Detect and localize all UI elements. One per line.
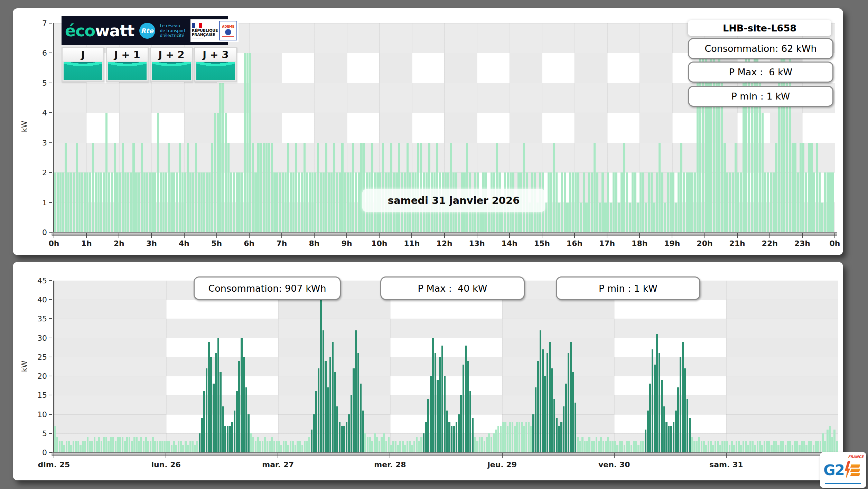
bar[interactable] [290, 441, 291, 452]
bar[interactable] [249, 53, 251, 232]
bar[interactable] [210, 357, 212, 452]
bar[interactable] [129, 437, 130, 452]
bar[interactable] [586, 441, 588, 452]
bar[interactable] [182, 445, 184, 452]
bar[interactable] [653, 203, 655, 232]
bar[interactable] [604, 203, 606, 232]
bar[interactable] [229, 426, 231, 452]
bar[interactable] [652, 349, 653, 452]
bar[interactable] [458, 414, 459, 452]
bar[interactable] [119, 437, 121, 452]
bar[interactable] [710, 441, 712, 452]
bar[interactable] [729, 172, 731, 232]
bar[interactable] [626, 441, 627, 452]
bar[interactable] [764, 172, 766, 232]
bar[interactable] [463, 365, 464, 452]
bar[interactable] [474, 437, 476, 452]
bar[interactable] [588, 172, 590, 232]
bar[interactable] [138, 441, 140, 452]
bar[interactable] [770, 172, 772, 232]
bar[interactable] [805, 445, 807, 452]
bar[interactable] [691, 172, 693, 232]
bar[interactable] [94, 437, 95, 452]
bar[interactable] [609, 441, 611, 452]
bar[interactable] [686, 172, 688, 232]
bar[interactable] [192, 172, 194, 232]
bar[interactable] [497, 426, 499, 452]
bar[interactable] [355, 330, 357, 452]
bar[interactable] [799, 445, 800, 452]
bar[interactable] [225, 113, 227, 232]
bar[interactable] [596, 172, 598, 232]
bar[interactable] [682, 342, 684, 452]
bar[interactable] [213, 384, 214, 452]
bar[interactable] [572, 372, 574, 452]
bar[interactable] [200, 172, 203, 232]
bar[interactable] [694, 172, 696, 232]
bar[interactable] [564, 172, 566, 232]
bar[interactable] [364, 433, 366, 452]
bar[interactable] [802, 143, 804, 232]
bar[interactable] [800, 143, 802, 232]
bar[interactable] [435, 353, 436, 452]
bar[interactable] [399, 441, 401, 452]
bar[interactable] [208, 172, 211, 232]
bar[interactable] [362, 411, 364, 452]
bar[interactable] [428, 143, 430, 232]
bar[interactable] [417, 143, 419, 232]
bar[interactable] [821, 203, 823, 232]
bar[interactable] [404, 445, 406, 452]
bar[interactable] [648, 172, 650, 232]
bar[interactable] [198, 172, 200, 232]
bar[interactable] [220, 372, 221, 452]
bar[interactable] [187, 445, 189, 452]
bar[interactable] [269, 441, 270, 452]
bar[interactable] [432, 338, 434, 452]
bar[interactable] [103, 437, 105, 452]
bar[interactable] [548, 172, 550, 232]
bar[interactable] [829, 172, 831, 232]
bar[interactable] [621, 441, 623, 452]
bar[interactable] [146, 172, 148, 232]
bar[interactable] [563, 406, 564, 452]
bar[interactable] [816, 143, 818, 232]
bar[interactable] [659, 353, 660, 452]
bar[interactable] [95, 172, 97, 232]
bar[interactable] [285, 441, 287, 452]
bar[interactable] [691, 437, 693, 452]
bar[interactable] [613, 172, 615, 232]
bar[interactable] [98, 437, 100, 452]
bar[interactable] [441, 346, 443, 452]
bar[interactable] [339, 422, 340, 452]
bar[interactable] [282, 172, 284, 232]
bar[interactable] [231, 422, 233, 452]
bar[interactable] [601, 172, 604, 232]
bar[interactable] [267, 441, 268, 452]
bar[interactable] [297, 441, 298, 452]
bar[interactable] [73, 441, 74, 452]
bar[interactable] [407, 143, 409, 232]
bar[interactable] [54, 172, 56, 232]
bar[interactable] [314, 172, 316, 232]
tab-day-j[interactable]: J [62, 47, 104, 82]
bar[interactable] [411, 445, 413, 452]
bar[interactable] [607, 437, 609, 452]
bar[interactable] [500, 426, 502, 452]
bar[interactable] [743, 441, 744, 452]
bar[interactable] [572, 172, 574, 232]
bar[interactable] [147, 441, 149, 452]
bar[interactable] [701, 441, 702, 452]
bar[interactable] [86, 172, 88, 232]
bar[interactable] [801, 441, 803, 452]
tab-day-j1[interactable]: J + 1 [106, 47, 149, 82]
bar[interactable] [397, 445, 399, 452]
bar[interactable] [360, 384, 362, 452]
bar[interactable] [560, 422, 562, 452]
bar[interactable] [810, 143, 812, 232]
bar[interactable] [353, 368, 354, 452]
bar[interactable] [81, 172, 83, 232]
tab-day-j2[interactable]: J + 2 [150, 47, 193, 82]
bar[interactable] [67, 172, 69, 232]
bar[interactable] [693, 441, 695, 452]
bar[interactable] [603, 441, 604, 452]
